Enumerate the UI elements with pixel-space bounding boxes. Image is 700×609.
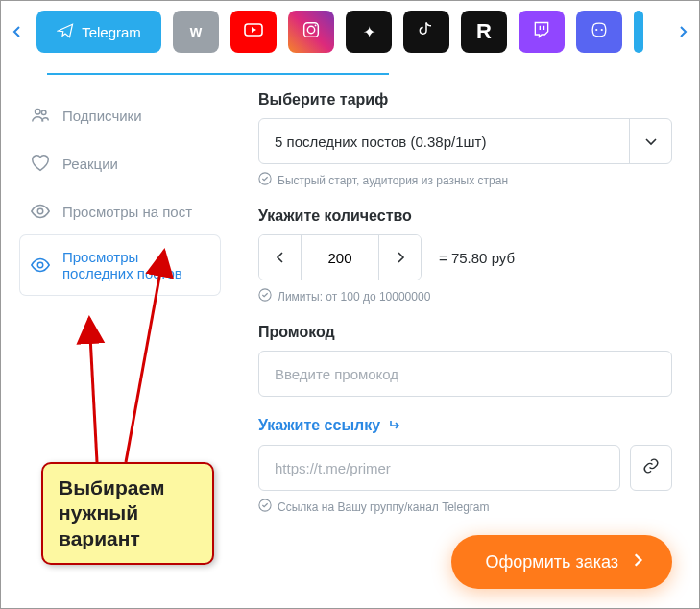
users-icon <box>30 105 51 126</box>
sidebar-item-views-recent[interactable]: Просмотры последних постов <box>20 235 220 295</box>
quantity-title: Укажите количество <box>258 207 672 225</box>
instagram-icon <box>301 19 322 44</box>
svg-point-4 <box>595 29 597 31</box>
sidebar-item-views-post[interactable]: Просмотры на пост <box>20 187 220 235</box>
twitch-icon <box>532 20 551 43</box>
eye-icon <box>30 255 51 276</box>
tiktok-icon <box>417 20 436 43</box>
link-input[interactable] <box>258 445 620 491</box>
tariff-select[interactable]: 5 последних постов (0.38р/1шт) <box>258 118 672 164</box>
chevron-right-icon <box>632 552 643 572</box>
vk-icon: w <box>190 23 202 40</box>
sparkle-icon: ✦ <box>363 23 375 41</box>
r-icon: R <box>476 19 492 44</box>
check-icon <box>258 499 272 515</box>
tabs-scroll-right[interactable] <box>671 25 694 38</box>
quantity-stepper <box>258 234 422 280</box>
promo-input[interactable] <box>258 351 672 397</box>
tab-instagram[interactable] <box>288 11 334 53</box>
eye-icon <box>30 201 51 222</box>
tab-other-1[interactable]: ✦ <box>346 11 392 53</box>
check-icon <box>258 172 272 188</box>
tab-telegram-label: Telegram <box>82 24 141 40</box>
promo-title: Промокод <box>258 324 672 341</box>
chevron-down-icon <box>629 119 671 163</box>
link-copy-button[interactable] <box>630 445 672 491</box>
svg-point-2 <box>307 26 314 33</box>
tariff-hint: Быстрый старт, аудитория из разных стран <box>258 172 672 188</box>
sidebar-item-subscribers[interactable]: Подписчики <box>20 91 220 139</box>
sidebar-item-reactions[interactable]: Реакции <box>20 139 220 187</box>
tariff-title: Выберите тариф <box>258 91 672 109</box>
sidebar-item-label: Подписчики <box>62 108 142 124</box>
youtube-icon <box>242 18 265 45</box>
quantity-decrement[interactable] <box>259 235 302 280</box>
svg-point-8 <box>37 208 43 214</box>
tab-vk[interactable]: w <box>173 11 219 53</box>
svg-point-12 <box>259 499 271 511</box>
tariff-selected-text: 5 последних постов (0.38р/1шт) <box>259 134 629 150</box>
social-tabs-row: Telegram w ✦ R <box>1 1 699 53</box>
svg-point-7 <box>41 110 46 115</box>
discord-icon <box>589 19 610 44</box>
svg-point-3 <box>315 25 317 27</box>
quantity-input[interactable] <box>302 235 378 280</box>
svg-point-11 <box>259 289 271 301</box>
svg-point-10 <box>259 173 271 184</box>
annotation-callout: Выбираем нужный вариант <box>41 462 214 565</box>
active-tab-underline <box>47 73 389 75</box>
tab-tiktok[interactable] <box>403 11 449 53</box>
quantity-increment[interactable] <box>378 235 421 280</box>
tab-twitch[interactable] <box>519 11 565 53</box>
order-button-label: Оформить заказ <box>486 552 618 572</box>
check-icon <box>258 288 272 304</box>
sidebar-item-label: Реакции <box>62 156 118 172</box>
arrow-turn-icon <box>388 416 403 435</box>
tab-overflow[interactable] <box>634 11 643 53</box>
quantity-hint: Лимиты: от 100 до 10000000 <box>258 288 672 304</box>
tab-rutube[interactable]: R <box>461 11 507 53</box>
tab-youtube[interactable] <box>230 11 277 53</box>
sidebar-item-label: Просмотры на пост <box>62 204 192 220</box>
tab-discord[interactable] <box>576 11 622 53</box>
link-title: Укажите ссылку <box>258 416 672 435</box>
tabs-scroll-left[interactable] <box>6 25 29 38</box>
sidebar-item-label: Просмотры последних постов <box>62 249 210 281</box>
link-hint: Ссылка на Вашу группу/канал Telegram <box>258 499 672 515</box>
form-area: Выберите тариф 5 последних постов (0.38р… <box>220 91 699 534</box>
svg-point-9 <box>37 262 43 268</box>
heart-icon <box>30 153 51 174</box>
link-icon <box>642 457 660 478</box>
telegram-icon <box>57 22 74 42</box>
order-button[interactable]: Оформить заказ <box>451 535 672 589</box>
price-display: = 75.80 руб <box>439 250 515 266</box>
svg-point-5 <box>601 29 603 31</box>
svg-point-6 <box>36 110 41 115</box>
tab-telegram[interactable]: Telegram <box>36 11 161 53</box>
